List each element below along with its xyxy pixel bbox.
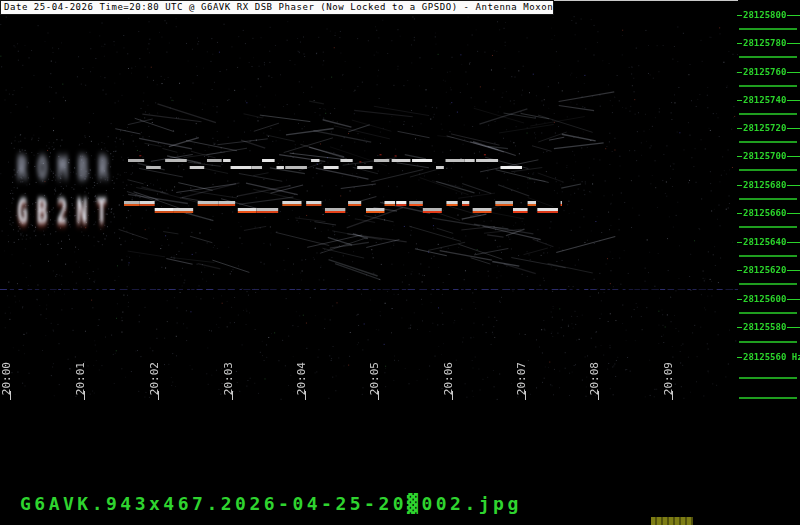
freq-tick-text: 28125560 Hz (743, 352, 800, 362)
filename-text: G6AVK.943x467.2026-04-25-20▓002.jpg (20, 493, 522, 514)
freq-tick-mark (737, 128, 742, 129)
freq-minor-gridline (739, 397, 797, 399)
time-tick-label: 20:01 (74, 362, 87, 395)
freq-minor-gridline (739, 28, 797, 30)
freq-tick-text: 28125640 (743, 237, 786, 247)
freq-tick-mark (787, 299, 800, 300)
time-tick-label: 20:09 (662, 362, 675, 395)
freq-minor-gridline (739, 255, 797, 257)
time-tick-label: 20:03 (222, 362, 235, 395)
freq-minor-gridline (739, 113, 797, 115)
freq-tick-mark (737, 299, 742, 300)
freq-tick-text: 28125680 (743, 180, 786, 190)
freq-minor-gridline (739, 169, 797, 171)
time-tick-label: 20:08 (588, 362, 601, 395)
freq-tick-mark (737, 156, 742, 157)
freq-minor-gridline (739, 226, 797, 228)
freq-tick-mark (787, 213, 800, 214)
freq-tick-label: 28125780 (737, 38, 800, 48)
freq-tick-mark (787, 242, 800, 243)
freq-tick-mark (787, 327, 800, 328)
freq-tick-mark (787, 270, 800, 271)
freq-tick-label: 28125760 (737, 67, 800, 77)
freq-tick-text: 28125700 (743, 151, 786, 161)
freq-minor-gridline (739, 198, 797, 200)
freq-tick-mark (737, 15, 742, 16)
freq-tick-text: 28125620 (743, 265, 786, 275)
time-tick-label: 20:04 (295, 362, 308, 395)
freq-tick-label: 28125680 (737, 180, 800, 190)
freq-tick-mark (737, 213, 742, 214)
freq-minor-gridline (739, 85, 797, 87)
freq-tick-mark (737, 357, 742, 358)
freq-tick-mark (787, 15, 800, 16)
freq-tick-text: 28125600 (743, 294, 786, 304)
freq-tick-label: 28125800 (737, 10, 800, 20)
freq-tick-mark (787, 72, 800, 73)
freq-tick-mark (737, 270, 742, 271)
freq-tick-label: 28125700 (737, 151, 800, 161)
freq-tick-label: 28125740 (737, 95, 800, 105)
freq-tick-mark (737, 72, 742, 73)
freq-tick-mark (737, 100, 742, 101)
olive-bar-fragment (651, 517, 693, 525)
time-tick-label: 20:05 (368, 362, 381, 395)
frequency-axis: 2812580028125780281257602812574028125720… (737, 0, 800, 401)
freq-tick-label: 28125660 (737, 208, 800, 218)
freq-tick-mark (737, 327, 742, 328)
time-tick-mark (525, 391, 526, 400)
freq-minor-gridline (739, 377, 797, 379)
time-tick-mark (305, 391, 306, 400)
time-tick-mark (84, 391, 85, 400)
freq-tick-mark (787, 43, 800, 44)
freq-tick-mark (737, 242, 742, 243)
title-bar: Date 25-04-2026 Time=20:80 UTC @ G6AVK R… (0, 0, 554, 15)
time-tick-mark (232, 391, 233, 400)
freq-tick-text: 28125780 (743, 38, 786, 48)
time-tick-mark (452, 391, 453, 400)
time-tick-label: 20:06 (442, 362, 455, 395)
time-tick-mark (158, 391, 159, 400)
time-tick-mark (598, 391, 599, 400)
time-tick-mark (672, 391, 673, 400)
freq-minor-gridline (739, 312, 797, 314)
time-tick-label: 20:02 (148, 362, 161, 395)
freq-tick-label: 28125600 (737, 294, 800, 304)
freq-tick-mark (787, 185, 800, 186)
freq-minor-gridline (739, 341, 797, 343)
time-tick-mark (10, 391, 11, 400)
fuzzy-callsign-upper: ROMBR (17, 149, 118, 187)
freq-tick-label: 28125640 (737, 237, 800, 247)
freq-tick-text: 28125580 (743, 322, 786, 332)
time-tick-mark (378, 391, 379, 400)
freq-tick-text: 28125800 (743, 10, 786, 20)
freq-tick-mark (737, 43, 742, 44)
freq-minor-gridline (739, 141, 797, 143)
freq-tick-label: 28125720 (737, 123, 800, 133)
freq-tick-mark (787, 100, 800, 101)
freq-minor-gridline (739, 56, 797, 58)
freq-tick-mark (737, 185, 742, 186)
time-tick-label: 20:00 (0, 362, 13, 395)
freq-tick-text: 28125720 (743, 123, 786, 133)
freq-tick-label: 28125580 (737, 322, 800, 332)
freq-tick-label: 28125620 (737, 265, 800, 275)
time-tick-label: 20:07 (515, 362, 528, 395)
freq-minor-gridline (739, 283, 797, 285)
freq-tick-text: 28125740 (743, 95, 786, 105)
freq-tick-text: 28125660 (743, 208, 786, 218)
qrss-grabber-screenshot: ROMBRGB2NT Date 25-04-2026 Time=20:80 UT… (0, 0, 800, 525)
freq-tick-mark (787, 128, 800, 129)
freq-tick-label: 28125560 Hz (737, 352, 800, 362)
freq-tick-text: 28125760 (743, 67, 786, 77)
fuzzy-callsign-lower: GB2NT (17, 191, 116, 231)
freq-tick-mark (787, 156, 800, 157)
